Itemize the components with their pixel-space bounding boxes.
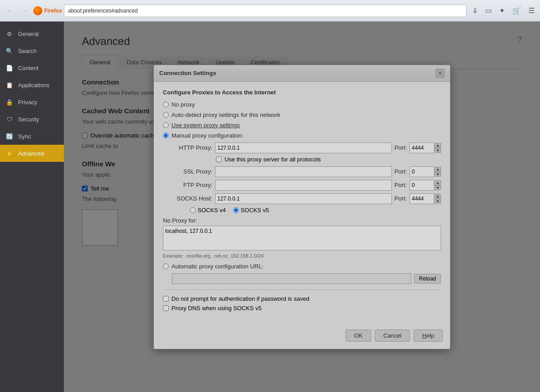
socks-v4-option: SOCKS v4 <box>190 207 226 214</box>
ftp-port-wrap: ▲ ▼ <box>410 180 441 191</box>
sync-icon: 🔄 <box>5 132 14 140</box>
proxy-section-title: Configure Proxies to Access the Internet <box>163 89 441 96</box>
system-proxy-label: Use system proxy settings <box>171 122 240 129</box>
socks-v5-option: SOCKS v5 <box>233 207 269 214</box>
no-prompt-checkbox[interactable] <box>163 296 169 302</box>
no-proxy-label: No proxy <box>171 101 195 108</box>
ftp-proxy-label: FTP Proxy: <box>172 182 212 188</box>
auto-detect-radio[interactable] <box>163 112 169 118</box>
firefox-icon <box>33 6 42 15</box>
dialog-close-button[interactable]: ✕ <box>436 69 445 78</box>
socks-port-wrap: ▲ ▼ <box>410 193 441 204</box>
applications-icon: 📋 <box>5 81 14 89</box>
sidebar-item-privacy[interactable]: 🔒 Privacy <box>0 94 64 111</box>
privacy-icon: 🔒 <box>5 98 14 106</box>
search-icon: 🔍 <box>5 47 14 55</box>
pocket-icon[interactable]: ✦ <box>497 4 507 17</box>
sidebar-item-general[interactable]: ⚙ General <box>0 25 64 42</box>
cart-icon[interactable]: 🛒 <box>510 4 523 17</box>
socks-v5-radio[interactable] <box>233 207 239 213</box>
manual-proxy-label: Manual proxy configuration: <box>171 132 243 139</box>
ssl-proxy-input[interactable] <box>215 166 392 177</box>
ssl-proxy-label: SSL Proxy: <box>172 168 212 175</box>
ok-button[interactable]: OK <box>346 330 371 342</box>
example-text: Example: .mozilla.org, .net.nz, 192.168.… <box>163 253 441 258</box>
address-bar[interactable]: about:preferences#advanced <box>64 4 467 17</box>
auto-proxy-url-radio[interactable] <box>163 263 169 269</box>
system-proxy-radio[interactable] <box>163 122 169 128</box>
use-all-protocols-checkbox[interactable] <box>216 156 222 162</box>
toolbar-icons: ⇓ ▭ ✦ 🛒 ☰ <box>470 4 536 17</box>
manual-proxy-row: Manual proxy configuration: <box>163 132 441 139</box>
ssl-port-up[interactable]: ▲ <box>435 167 441 172</box>
ssl-port-wrap: ▲ ▼ <box>410 166 441 177</box>
ftp-proxy-input[interactable] <box>215 180 392 191</box>
no-proxy-for-section: No Proxy for: localhost, 127.0.0.1 Examp… <box>163 217 441 258</box>
forward-button[interactable]: → <box>18 4 31 17</box>
tabs-icon[interactable]: ▭ <box>483 4 494 17</box>
cancel-button[interactable]: Cancel <box>375 330 410 342</box>
ftp-port-label: Port: <box>395 182 407 188</box>
socks-v4-radio[interactable] <box>190 207 196 213</box>
content-area: Advanced ? General Data Choices Network … <box>64 22 540 392</box>
security-icon: 🛡 <box>5 115 14 123</box>
dialog-title: Connection Settings <box>159 70 216 76</box>
content-icon: 📄 <box>5 64 14 72</box>
auto-proxy-url-input[interactable] <box>172 273 411 284</box>
no-proxy-radio[interactable] <box>163 102 169 107</box>
ssl-port-down[interactable]: ▼ <box>435 172 441 177</box>
sidebar-item-content[interactable]: 📄 Content <box>0 59 64 76</box>
auto-proxy-config-row: Automatic proxy configuration URL: <box>163 263 441 270</box>
auto-detect-row: Auto-detect proxy settings for this netw… <box>163 111 441 118</box>
ftp-port-down[interactable]: ▼ <box>435 185 441 190</box>
manual-proxy-radio[interactable] <box>163 133 169 138</box>
browser-chrome: ← → Firefox about:preferences#advanced ⇓… <box>0 0 540 22</box>
ftp-port-input[interactable] <box>410 180 434 191</box>
socks-v4-label: SOCKS v4 <box>198 207 226 214</box>
firefox-logo: Firefox <box>33 6 62 15</box>
no-prompt-label: Do not prompt for authentication if pass… <box>171 295 309 302</box>
http-port-up[interactable]: ▲ <box>435 143 441 148</box>
ftp-port-spinners: ▲ ▼ <box>435 180 441 190</box>
socks-port-down[interactable]: ▼ <box>435 199 441 204</box>
help-button[interactable]: Help <box>414 330 443 342</box>
http-proxy-input[interactable] <box>215 143 392 153</box>
reload-button[interactable]: Reload <box>414 274 441 284</box>
dialog-body: Configure Proxies to Access the Internet… <box>154 82 450 326</box>
socks-host-input[interactable] <box>215 193 392 204</box>
use-all-protocols-label: Use this proxy server for all protocols <box>225 156 321 163</box>
no-proxy-textarea[interactable]: localhost, 127.0.0.1 <box>163 226 441 250</box>
system-proxy-row: Use system proxy settings <box>163 122 441 129</box>
socks-port-input[interactable] <box>410 193 434 204</box>
auto-detect-label: Auto-detect proxy settings for this netw… <box>171 111 280 118</box>
proxy-dns-checkbox[interactable] <box>163 305 169 311</box>
socks-version-row: SOCKS v4 SOCKS v5 <box>163 207 441 214</box>
http-port-wrap: ▲ ▼ <box>410 143 441 153</box>
sidebar-item-applications[interactable]: 📋 Applications <box>0 76 64 94</box>
bottom-checkboxes: Do not prompt for authentication if pass… <box>163 295 441 312</box>
back-button[interactable]: ← <box>4 4 16 17</box>
ssl-port-input[interactable] <box>410 166 434 177</box>
sidebar-item-sync[interactable]: 🔄 Sync <box>0 128 64 145</box>
main-layout: ⚙ General 🔍 Search 📄 Content 📋 Applicati… <box>0 22 540 392</box>
http-proxy-label: HTTP Proxy: <box>172 144 212 151</box>
ssl-port-label: Port: <box>395 168 407 175</box>
sidebar-item-search[interactable]: 🔍 Search <box>0 42 64 59</box>
no-proxy-for-label: No Proxy for: <box>163 217 441 224</box>
socks-v5-label: SOCKS v5 <box>241 207 269 214</box>
advanced-icon: ⚡ <box>5 149 14 157</box>
sidebar-item-advanced[interactable]: ⚡ Advanced <box>0 145 64 162</box>
socks-port-label: Port: <box>395 195 407 202</box>
modal-overlay: Connection Settings ✕ Configure Proxies … <box>64 22 540 392</box>
socks-port-up[interactable]: ▲ <box>435 194 441 199</box>
ssl-port-spinners: ▲ ▼ <box>435 167 441 177</box>
http-port-input[interactable] <box>410 143 434 153</box>
auto-proxy-url-label: Automatic proxy configuration URL: <box>171 263 263 270</box>
socks-host-label: SOCKS Host: <box>172 195 212 202</box>
proxy-dns-label: Proxy DNS when using SOCKS v5 <box>171 305 261 312</box>
menu-icon[interactable]: ☰ <box>526 4 536 17</box>
http-port-down[interactable]: ▼ <box>435 148 441 153</box>
download-icon[interactable]: ⇓ <box>470 4 480 17</box>
sidebar-item-security[interactable]: 🛡 Security <box>0 111 64 128</box>
ftp-port-up[interactable]: ▲ <box>435 180 441 185</box>
